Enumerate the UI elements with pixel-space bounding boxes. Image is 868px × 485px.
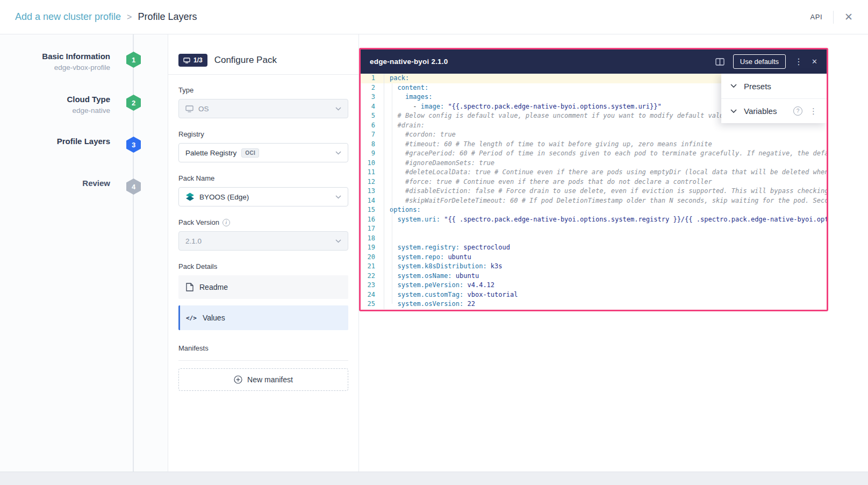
api-button[interactable]: API [810, 13, 822, 21]
pack-name-select[interactable]: BYOOS (Edge) [178, 187, 348, 206]
chevron-down-icon [335, 151, 341, 155]
line-number: 12 [361, 177, 384, 187]
kebab-menu-icon[interactable]: ⋮ [794, 58, 803, 66]
line-number: 4 [361, 102, 384, 112]
field-pack-name: Pack Name BYOOS (Edge) [178, 174, 348, 206]
registry-value: Palette Registry [185, 149, 236, 157]
info-icon[interactable]: i [223, 219, 230, 226]
step-texts: Basic Informationedge-vbox-profile [8, 51, 110, 73]
editor-close-icon[interactable]: ✕ [812, 58, 817, 65]
header-divider [833, 11, 834, 24]
code-line: 25 system.osVersion: 22 [361, 299, 827, 309]
code-text: system.customTag: vbox-tutorial [384, 290, 827, 300]
code-line: 20 system.repo: ubuntu [361, 253, 827, 262]
use-defaults-button[interactable]: Use defaults [733, 54, 786, 69]
values-tab[interactable]: </> Values [178, 305, 348, 330]
line-number: 22 [361, 272, 384, 281]
code-line: 22 system.osName: ubuntu [361, 272, 827, 281]
line-number: 3 [361, 92, 384, 102]
pack-icon [183, 58, 190, 63]
editor-title: edge-native-byoi 2.1.0 [370, 58, 448, 66]
app-window: Add a new cluster profile > Profile Laye… [0, 0, 868, 485]
type-select[interactable]: OS [178, 99, 348, 118]
code-text: #force: true # Continue even if there ar… [384, 177, 827, 187]
stepper-step-basic-information[interactable]: Basic Informationedge-vbox-profile1 [0, 51, 168, 83]
configure-pack-header: 1/3 Configure Pack [168, 34, 358, 75]
field-registry: Registry Palette Registry OCI [178, 130, 348, 162]
breadcrumb: Add a new cluster profile > Profile Laye… [15, 11, 197, 23]
split-view-icon[interactable] [715, 58, 724, 66]
stepper-step-profile-layers[interactable]: Profile Layers3 [0, 135, 168, 168]
bottom-strip [0, 472, 868, 485]
code-line: 23 system.peVersion: v4.4.12 [361, 281, 827, 290]
line-number: 11 [361, 168, 384, 177]
code-text: #timeout: 60 # The length of time to wai… [384, 140, 827, 149]
breadcrumb-current-profile-layers: Profile Layers [138, 11, 197, 23]
line-number: 6 [361, 121, 384, 131]
pack-version-select[interactable]: 2.1.0 [178, 231, 348, 251]
code-text: system.uri: "{{ .spectro.pack.edge-nativ… [384, 215, 827, 225]
presets-label: Presets [744, 82, 771, 91]
editor-header: edge-native-byoi 2.1.0 Use defaults ⋮ ✕ [361, 49, 827, 74]
code-icon: </> [186, 315, 197, 322]
pack-name-value: BYOOS (Edge) [199, 193, 249, 201]
variables-label: Variables [744, 106, 777, 116]
code-text: #deleteLocalData: true # Continue even i… [384, 168, 827, 177]
step-texts: Review [8, 177, 110, 189]
presets-section[interactable]: Presets [721, 74, 827, 98]
code-line: 10 #ignoreDaemonSets: true [361, 159, 827, 168]
line-number: 16 [361, 215, 384, 225]
step-badge: 2 [126, 95, 141, 111]
pack-version-label-text: Pack Version [178, 218, 219, 226]
code-text: system.registry: spectrocloud [384, 243, 827, 253]
values-label: Values [203, 313, 225, 322]
wizard-stepper: Basic Informationedge-vbox-profile1Cloud… [0, 34, 168, 485]
registry-select[interactable]: Palette Registry OCI [178, 143, 348, 162]
code-line: 12 #force: true # Continue even if there… [361, 177, 827, 187]
code-line: 16 system.uri: "{{ .spectro.pack.edge-na… [361, 215, 827, 225]
type-label: Type [178, 86, 348, 94]
line-number: 18 [361, 234, 384, 244]
new-manifest-button[interactable]: New manifest [178, 368, 348, 391]
readme-tab[interactable]: Readme [178, 275, 348, 299]
step-subtitle: edge-vbox-profile [8, 62, 110, 73]
breadcrumb-separator: > [127, 12, 132, 22]
layer-count-badge: 1/3 [178, 54, 207, 67]
code-text: system.repo: ubuntu [384, 253, 827, 262]
variables-section[interactable]: Variables ? ⋮ [721, 98, 827, 123]
chevron-down-icon [335, 195, 341, 199]
code-text [384, 224, 827, 234]
pack-name-label: Pack Name [178, 174, 348, 182]
readme-label: Readme [199, 283, 228, 291]
plus-circle-icon [234, 375, 242, 384]
line-number: 9 [361, 149, 384, 159]
registry-label: Registry [178, 130, 348, 138]
step-texts: Cloud Typeedge-native [8, 94, 110, 116]
breadcrumb-link-add-cluster-profile[interactable]: Add a new cluster profile [15, 11, 121, 23]
code-line: 15options: [361, 205, 827, 215]
panel-title: Configure Pack [214, 55, 277, 66]
step-subtitle: edge-native [8, 105, 110, 116]
stepper-step-review[interactable]: Review4 [0, 177, 168, 210]
type-value: OS [198, 105, 209, 113]
code-text: options: [384, 205, 827, 215]
kebab-menu-icon[interactable]: ⋮ [809, 107, 817, 115]
header-actions: API ✕ [810, 11, 853, 24]
step-title: Cloud Type [8, 94, 110, 105]
code-line: 9 #gracePeriod: 60 # Period of time in s… [361, 149, 827, 159]
close-icon[interactable]: ✕ [844, 12, 853, 22]
code-line: 14 #skipWaitForDeleteTimeout: 60 # If po… [361, 196, 827, 206]
field-type: Type OS [178, 86, 348, 118]
help-icon[interactable]: ? [793, 106, 802, 116]
step-badge: 1 [126, 52, 141, 68]
code-text: #disableEviction: false # Force drain to… [384, 187, 827, 196]
byoos-icon [185, 192, 195, 202]
step-badge: 4 [126, 179, 141, 195]
stepper-step-cloud-type[interactable]: Cloud Typeedge-native2 [0, 94, 168, 126]
editor-side-panel: Presets Variables ? ⋮ [721, 74, 827, 123]
code-line: 21 system.k8sDistribution: k3s [361, 262, 827, 272]
line-number: 13 [361, 187, 384, 196]
oci-badge: OCI [241, 148, 259, 158]
chevron-down-icon [730, 109, 737, 113]
code-text: system.k8sDistribution: k3s [384, 262, 827, 272]
